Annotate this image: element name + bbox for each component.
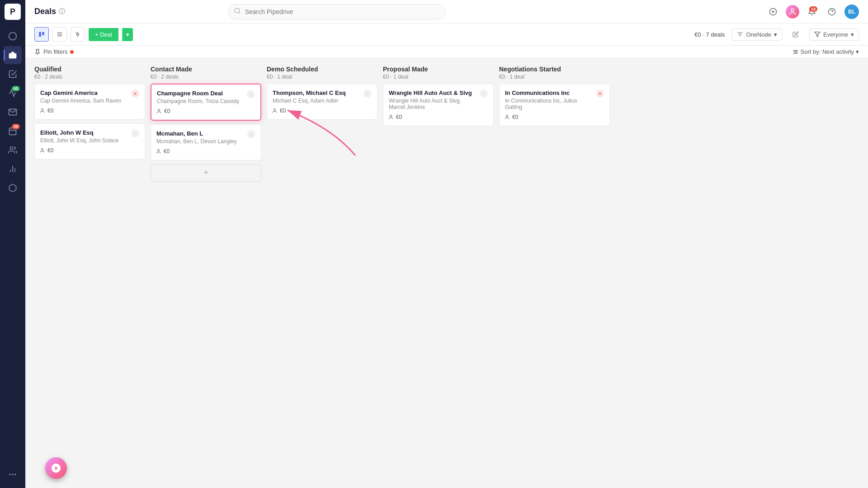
topbar-actions: 14 BL bbox=[766, 5, 859, 19]
deal-card-mcmahan[interactable]: Mcmahan, Ben L Mcmahan, Ben L, Devon Lan… bbox=[151, 124, 261, 160]
deal-subtitle-mcmahan: Mcmahan, Ben L, Devon Langley bbox=[156, 138, 236, 145]
kanban-wrapper: Qualified €0 · 2 deals Cap Gemini Americ… bbox=[25, 58, 868, 488]
sidebar-item-tasks[interactable] bbox=[4, 65, 22, 83]
deal-subtitle-cap-gemini: Cap Gemini America, Sam Raven bbox=[40, 98, 121, 104]
deal-card-cap-gemini[interactable]: Cap Gemini America Cap Gemini America, S… bbox=[34, 84, 145, 120]
deal-card-champagne[interactable]: Champagne Room Deal Champagne Room, Tric… bbox=[151, 84, 261, 121]
add-deal-button[interactable]: + Deal bbox=[89, 28, 118, 41]
sidebar-item-more[interactable] bbox=[4, 465, 22, 483]
sidebar-item-deals[interactable] bbox=[4, 46, 22, 64]
column-title-proposal-made: Proposal Made bbox=[383, 66, 494, 73]
svg-line-14 bbox=[239, 12, 240, 14]
search-icon bbox=[234, 7, 241, 16]
sort-dropdown-icon: ▾ bbox=[856, 48, 859, 55]
floating-avatar[interactable] bbox=[45, 457, 67, 479]
column-header-negotiations-started: Negotiations Started €0 · 1 deal bbox=[499, 66, 610, 80]
pipeline-selector[interactable]: OneNode ▾ bbox=[732, 28, 782, 41]
edit-pipeline-btn[interactable] bbox=[789, 28, 802, 41]
deal-amount-wrangle: €0 bbox=[389, 114, 402, 120]
deal-subtitle-wrangle: Wrangle Hill Auto Auct & Slvg, Marcel Je… bbox=[389, 98, 476, 110]
forecast-view-btn[interactable] bbox=[71, 27, 85, 42]
deal-title-cap-gemini: Cap Gemini America bbox=[40, 89, 121, 96]
deal-card-in-communications[interactable]: In Communications Inc In Communications … bbox=[499, 84, 610, 126]
deal-card-thompson[interactable]: Thompson, Michael C Esq Michael C Esq, A… bbox=[267, 84, 377, 120]
add-deal-contact-made-btn[interactable]: + bbox=[151, 164, 261, 182]
svg-rect-22 bbox=[42, 32, 44, 35]
deal-card-wrangle[interactable]: Wrangle Hill Auto Auct & Slvg Wrangle Hi… bbox=[383, 84, 494, 126]
notifications-badge: 14 bbox=[809, 6, 817, 12]
column-demo-scheduled: Demo Scheduled €0 · 1 deal Thompson, Mic… bbox=[267, 66, 377, 481]
svg-point-38 bbox=[158, 109, 160, 111]
svg-point-41 bbox=[390, 115, 392, 117]
search-input[interactable] bbox=[228, 4, 445, 19]
topbar: Deals ⓘ 14 BL bbox=[25, 0, 868, 23]
svg-point-12 bbox=[14, 474, 16, 475]
user-avatar[interactable]: BL bbox=[844, 5, 859, 19]
deal-amount-in-communications: €0 bbox=[505, 114, 518, 120]
app-logo[interactable]: P bbox=[5, 4, 21, 20]
sidebar-item-calendar[interactable]: 39 bbox=[4, 122, 22, 140]
svg-rect-1 bbox=[9, 53, 17, 59]
column-meta-proposal-made: €0 · 1 deal bbox=[383, 74, 494, 80]
sort-btn[interactable]: Sort by: Next activity ▾ bbox=[793, 48, 859, 55]
deal-status-thompson: ○ bbox=[363, 89, 372, 98]
search-bar bbox=[228, 4, 445, 19]
deal-amount-thompson: €0 bbox=[273, 108, 286, 114]
svg-marker-30 bbox=[815, 32, 820, 37]
everyone-filter-btn[interactable]: Everyone ▾ bbox=[809, 28, 859, 41]
column-contact-made: Contact Made €0 · 2 deals Champagne Room… bbox=[151, 66, 261, 481]
pin-filters-btn[interactable]: Pin filters bbox=[34, 48, 74, 55]
sidebar-item-campaigns[interactable]: 65 bbox=[4, 84, 22, 102]
deal-amount-cap-gemini: €0 bbox=[40, 108, 53, 114]
deal-amount-champagne: €0 bbox=[157, 108, 170, 114]
svg-point-36 bbox=[42, 109, 43, 111]
svg-point-42 bbox=[506, 115, 508, 117]
deal-status-cap-gemini: ✕ bbox=[131, 89, 139, 98]
sidebar-item-activity[interactable] bbox=[4, 27, 22, 45]
sidebar-item-contacts[interactable] bbox=[4, 141, 22, 159]
deal-subtitle-thompson: Michael C Esq, Adam Adler bbox=[273, 98, 346, 104]
main-content: Deals ⓘ 14 BL bbox=[25, 0, 868, 488]
deal-title-wrangle: Wrangle Hill Auto Auct & Slvg bbox=[389, 89, 476, 96]
column-header-qualified: Qualified €0 · 2 deals bbox=[34, 66, 145, 80]
list-view-btn[interactable] bbox=[52, 27, 67, 42]
column-meta-contact-made: €0 · 2 deals bbox=[151, 74, 261, 80]
pin-dot-indicator bbox=[70, 50, 74, 54]
svg-rect-21 bbox=[39, 32, 41, 37]
title-info-icon[interactable]: ⓘ bbox=[59, 8, 65, 16]
svg-point-39 bbox=[158, 150, 160, 151]
deal-title-elliott: Elliott, John W Esq bbox=[40, 129, 118, 136]
svg-point-10 bbox=[9, 474, 11, 475]
svg-point-11 bbox=[12, 474, 13, 475]
notifications-btn[interactable]: 14 bbox=[805, 5, 819, 19]
deal-title-in-communications: In Communications Inc bbox=[505, 89, 592, 96]
column-meta-negotiations-started: €0 · 1 deal bbox=[499, 74, 610, 80]
add-deal-dropdown-btn[interactable]: ▾ bbox=[122, 28, 133, 41]
svg-point-6 bbox=[10, 147, 13, 150]
page-title: Deals ⓘ bbox=[34, 7, 65, 16]
svg-point-37 bbox=[42, 149, 43, 150]
kanban-view-btn[interactable] bbox=[34, 27, 49, 42]
column-meta-qualified: €0 · 2 deals bbox=[34, 74, 145, 80]
sidebar: P 65 39 bbox=[0, 0, 25, 488]
deal-card-elliott[interactable]: Elliott, John W Esq Elliott, John W Esq,… bbox=[34, 123, 145, 160]
deal-amount-mcmahan: €0 bbox=[156, 148, 170, 155]
svg-point-26 bbox=[77, 33, 79, 36]
deal-title-champagne: Champagne Room Deal bbox=[157, 90, 239, 97]
toolbar-right: €0 · 7 deals OneNode ▾ Everyone ▾ bbox=[694, 28, 859, 41]
sidebar-item-products[interactable] bbox=[4, 179, 22, 197]
add-button[interactable] bbox=[766, 5, 780, 19]
avatar-icon[interactable] bbox=[786, 5, 799, 19]
deal-status-elliott: ○ bbox=[131, 129, 139, 137]
sidebar-item-reports[interactable] bbox=[4, 160, 22, 178]
filters-bar: Pin filters Sort by: Next activity ▾ bbox=[25, 46, 868, 58]
column-title-demo-scheduled: Demo Scheduled bbox=[267, 66, 377, 73]
svg-point-0 bbox=[9, 33, 17, 40]
sidebar-item-email[interactable] bbox=[4, 103, 22, 121]
calendar-badge: 39 bbox=[12, 124, 20, 129]
help-btn[interactable] bbox=[825, 5, 839, 19]
column-header-demo-scheduled: Demo Scheduled €0 · 1 deal bbox=[267, 66, 377, 80]
deal-subtitle-elliott: Elliott, John W Esq, John Solace bbox=[40, 137, 118, 144]
column-header-contact-made: Contact Made €0 · 2 deals bbox=[151, 66, 261, 80]
svg-line-29 bbox=[75, 32, 76, 33]
